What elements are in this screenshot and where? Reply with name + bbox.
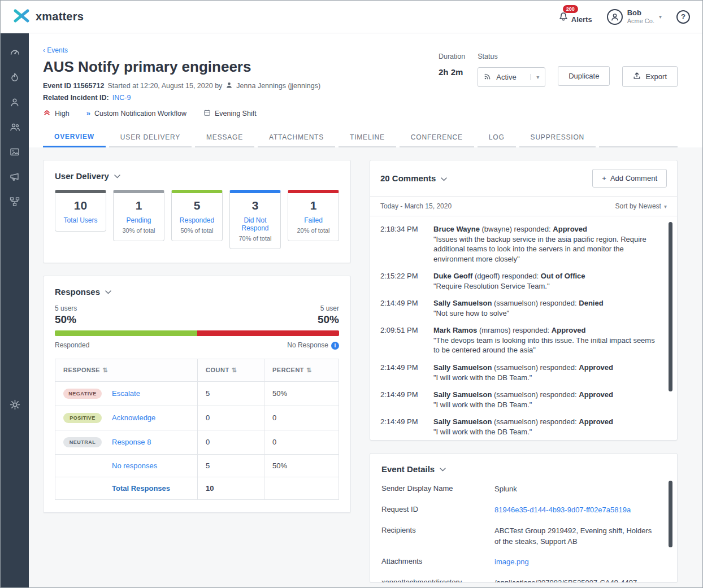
comment-item: 2:14:49 PM Sally Samuelson (ssamuelson) … [380,390,660,410]
stat-link[interactable]: Pending [116,216,162,224]
response-progress-bar [55,330,339,336]
total-count: 10 [198,477,264,499]
status-dropdown[interactable]: Active ▾ [478,67,545,87]
response-link[interactable]: No responses [112,461,157,470]
help-button[interactable]: ? [676,10,690,24]
status-label: Status [478,53,545,60]
detail-label: Attachments [381,557,489,568]
chevron-down-icon: ▾ [664,203,667,210]
chevron-down-icon: ▾ [659,14,662,20]
comment-item: 2:18:34 PM Bruce Wayne (bwayne) responde… [380,224,660,264]
table-row: POSITIVEAcknowledge 0 0 [55,406,339,430]
total-responses-label: Total Responses [112,484,170,493]
workflows-icon[interactable] [10,197,20,207]
stat-link[interactable]: Total Users [58,216,103,224]
tab-log[interactable]: LOG [478,128,516,147]
tab-bar: OVERVIEW USER DELIVERY MESSAGE ATTACHMEN… [29,127,702,147]
back-chevron-icon: ‹ [43,46,45,54]
count-cell: 5 [198,454,264,477]
details-scrollbar[interactable] [669,481,672,547]
chevron-down-icon[interactable] [441,173,447,184]
dashboard-icon[interactable] [10,47,20,58]
app-window: xmatters 200 Alerts [0,0,703,588]
media-image-icon[interactable] [10,147,20,157]
settings-gear-icon[interactable] [1,399,29,410]
comment-item: 2:09:51 PM Mark Ramos (mramos) responded… [380,325,660,355]
table-row: NEGATIVEEscalate 5 50% [55,381,339,406]
breadcrumb-events-link[interactable]: ‹ Events [43,46,68,54]
response-link[interactable]: Response 8 [112,438,151,446]
comments-list: 2:18:34 PM Bruce Wayne (bwayne) responde… [370,216,677,440]
no-response-summary: 5 user 50% [318,304,339,326]
percent-cell: 0 [264,406,339,430]
chevron-down-icon[interactable] [105,286,111,297]
detail-value: Splunk [494,484,666,495]
priority-badge: High [43,108,70,118]
count-cell: 0 [198,430,264,454]
stat-responded: 5 Responded 50% of total [171,190,223,241]
announcements-megaphone-icon[interactable] [10,172,20,182]
users-icon[interactable] [10,97,20,107]
total-percent [264,477,339,499]
response-link[interactable]: Escalate [112,389,140,398]
tab-overview[interactable]: OVERVIEW [43,127,106,147]
stat-failed: 1 Failed 20% of total [288,190,339,241]
tab-message[interactable]: MESSAGE [195,128,254,147]
detail-row: Recipients ABCTest Group 2919492, Evenin… [381,526,666,547]
count-cell: 0 [198,406,264,430]
tab-conference[interactable]: CONFERENCE [400,128,474,147]
tab-attachments[interactable]: ATTACHMENTS [258,128,335,147]
user-delivery-card: User Delivery 10 Total Users 1 Pending 3… [43,160,351,263]
user-delivery-title: User Delivery [55,171,109,181]
related-incident-label: Related Incident ID: [43,94,109,102]
col-header-count[interactable]: COUNT⇅ [198,359,264,381]
tab-timeline[interactable]: TIMELINE [339,128,396,147]
col-header-percent[interactable]: PERCENT⇅ [264,359,339,381]
chevron-down-icon[interactable] [114,171,120,181]
comments-scrollbar[interactable] [669,222,672,391]
duplicate-button[interactable]: Duplicate [558,66,610,86]
chevron-down-icon[interactable] [440,464,446,474]
sort-by-dropdown[interactable]: Sort by Newest ▾ [615,202,667,210]
export-button[interactable]: Export [622,66,678,87]
event-details-card: Event Details Sender Display Name Splunk… [370,453,678,583]
stat-link[interactable]: Responded [174,216,220,224]
stat-link[interactable]: Failed [290,216,336,224]
no-response-bar-segment [197,330,340,336]
responded-summary: 5 users 50% [55,304,77,326]
response-link[interactable]: Acknowledge [112,413,155,422]
alerts-button[interactable]: 200 Alerts [558,10,592,24]
shift-badge: Evening Shift [203,109,257,118]
plus-icon: + [602,174,606,182]
table-row: NEUTRALResponse 8 0 0 [55,430,339,454]
table-row: No responses 5 50% [55,454,339,477]
detail-row: Sender Display Name Splunk [381,484,666,495]
responses-title: Responses [55,287,100,297]
request-id-link[interactable]: 81946e35-d144-4b93-9d07-ff02e7a5819a [494,505,666,516]
detail-label: xappattachmentdirectory [381,578,489,583]
related-incident-link[interactable]: INC-9 [112,94,131,102]
tab-user-delivery[interactable]: USER DELIVERY [109,128,192,147]
attachment-link[interactable]: image.png [494,557,666,568]
percent-cell: 50% [264,381,339,406]
detail-row: Request ID 81946e35-d144-4b93-9d07-ff02e… [381,505,666,516]
tab-suppression[interactable]: SUPPRESSION [519,128,596,147]
status-value: Active [496,73,516,81]
groups-icon[interactable] [10,122,20,132]
add-comment-button[interactable]: + Add Comment [592,169,667,188]
brand[interactable]: xmatters [13,8,84,25]
detail-row: Attachments image.png [381,557,666,568]
comment-item: 2:14:49 PM Sally Samuelson (ssamuelson) … [380,363,660,382]
started-by: Jenna Jennings (jjennings) [236,82,320,90]
user-menu[interactable]: Bob Acme Co. ▾ [607,8,662,25]
count-cell: 5 [198,381,264,406]
comment-item: 2:15:22 PM Duke Geoff (dgeoff) responded… [380,271,660,291]
user-company: Acme Co. [627,18,654,25]
person-icon [225,81,233,90]
stat-link[interactable]: Did Not Respond [232,216,278,232]
duration-value: 2h 2m [439,67,465,77]
responses-card: Responses 5 users 50% 5 user 50% [43,276,351,513]
col-header-response[interactable]: RESPONSE⇅ [55,359,198,381]
incidents-flame-icon[interactable] [10,72,20,82]
info-icon[interactable]: i [331,342,339,350]
